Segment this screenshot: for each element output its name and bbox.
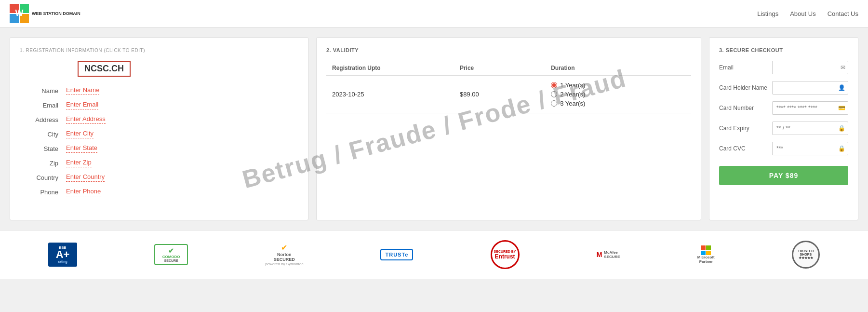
comodo-badge: ✔ COMODO SECURE: [154, 244, 188, 265]
card-icon: 💳: [838, 105, 845, 111]
truste-logo: TRUSTe: [380, 249, 413, 260]
radio-1year[interactable]: [551, 82, 557, 88]
trusted-shops-badge: TRUSTED SHOPS ★★★★★: [792, 241, 820, 269]
checkout-cardnum-row: Card Number 💳: [719, 101, 848, 115]
checkout-expiry-wrap: 🔒: [772, 122, 848, 135]
header: W WEB STATION DOMAIN Listings About Us C…: [0, 0, 868, 27]
bbb-badge: BBB A+ rating: [48, 243, 77, 267]
cell-date: 2023-10-25: [326, 76, 454, 113]
field-address: Address Enter Address: [20, 115, 298, 124]
main-content: Betrug / Fraude / Frode / Fraud 1. REGIS…: [0, 27, 868, 230]
mcafee-logo: M McAfee SECURE: [597, 250, 620, 259]
lock2-icon: 🔒: [838, 145, 845, 152]
nav-listings[interactable]: Listings: [757, 10, 778, 17]
radio-3year[interactable]: [551, 100, 557, 107]
cell-price: $89.00: [454, 76, 545, 113]
logo-text: WEB STATION DOMAIN: [32, 11, 80, 16]
label-name: Name: [20, 87, 58, 95]
logo-area: W WEB STATION DOMAIN: [10, 4, 80, 23]
svg-text:W: W: [15, 8, 24, 18]
value-zip[interactable]: Enter Zip: [66, 159, 92, 167]
nav-about[interactable]: About Us: [790, 10, 815, 17]
col-duration: Duration: [545, 61, 691, 76]
checkout-cardnum-label: Card Number: [719, 105, 772, 111]
value-state[interactable]: Enter State: [66, 144, 97, 153]
nav-contact[interactable]: Contact Us: [828, 10, 858, 17]
checkout-holder-row: Card Holder Name 👤: [719, 81, 848, 95]
duration-1year[interactable]: 1 Year(s): [551, 81, 685, 89]
field-country: Country Enter Country: [20, 173, 298, 182]
checkout-email-wrap: ✉: [772, 61, 848, 74]
validity-title: 2. VALIDITY: [326, 47, 691, 53]
checkout-expiry-row: Card Expiry 🔒: [719, 122, 848, 135]
value-country[interactable]: Enter Country: [66, 173, 105, 182]
label-city: City: [20, 131, 58, 138]
checkout-cvc-label: Card CVC: [719, 145, 772, 152]
checkout-title: 3. SECURE CHECKOUT: [719, 47, 848, 53]
lock-icon: 🔒: [838, 125, 845, 132]
mcafee-badge: M McAfee SECURE: [597, 250, 620, 259]
duration-options: 1 Year(s) 2 Year(s) 3 Year(s): [551, 81, 685, 107]
checkout-panel: 3. SECURE CHECKOUT Email ✉ Card Holder N…: [709, 37, 858, 220]
checkout-holder-input[interactable]: [772, 81, 848, 95]
footer: BBB A+ rating ✔ COMODO SECURE ✔ Norton S…: [0, 230, 868, 279]
label-country: Country: [20, 174, 58, 181]
checkout-cvc-input[interactable]: [772, 142, 848, 155]
logo-icon: W: [10, 4, 29, 23]
registration-title: 1. REGISTRATION INFORMATION (CLICK TO ED…: [20, 47, 298, 53]
field-name: Name Enter Name: [20, 86, 298, 95]
checkout-cvc-row: Card CVC 🔒: [719, 142, 848, 155]
label-address: Address: [20, 116, 58, 123]
microsoft-badge: Microsoft Partner: [697, 245, 715, 264]
validity-panel: 2. VALIDITY Registration Upto Price Dura…: [316, 37, 701, 220]
label-email: Email: [20, 102, 58, 109]
domain-badge: NCSC.CH: [78, 61, 131, 77]
checkout-email-label: Email: [719, 64, 772, 71]
nav: Listings About Us Contact Us: [757, 10, 858, 17]
value-address[interactable]: Enter Address: [66, 115, 106, 124]
user-icon: 👤: [838, 84, 845, 91]
pay-button[interactable]: PAY $89: [719, 166, 848, 185]
norton-badge: ✔ Norton SECURED powered by Symantec: [265, 243, 303, 266]
value-name[interactable]: Enter Name: [66, 86, 99, 95]
field-city: City Enter City: [20, 130, 298, 138]
microsoft-logo: Microsoft Partner: [697, 245, 715, 264]
value-phone[interactable]: Enter Phone: [66, 188, 101, 196]
table-row: 2023-10-25 $89.00 1 Year(s) 2 Year(s) 3: [326, 76, 691, 113]
checkout-expiry-input[interactable]: [772, 122, 848, 135]
col-registration-upto: Registration Upto: [326, 61, 454, 76]
checkout-cardnum-wrap: 💳: [772, 101, 848, 115]
envelope-icon: ✉: [841, 64, 845, 71]
cell-duration: 1 Year(s) 2 Year(s) 3 Year(s): [545, 76, 691, 113]
ms-grid-icon: [701, 245, 711, 255]
bbb-logo: BBB A+ rating: [48, 243, 77, 267]
validity-table: Registration Upto Price Duration 2023-10…: [326, 61, 691, 113]
checkout-email-input[interactable]: [772, 61, 848, 74]
truste-badge: TRUSTe: [380, 249, 413, 260]
comodo-logo: ✔ COMODO SECURE: [154, 244, 188, 265]
label-state: State: [20, 145, 58, 152]
radio-2year[interactable]: [551, 91, 557, 97]
value-city[interactable]: Enter City: [66, 130, 93, 138]
registration-panel: 1. REGISTRATION INFORMATION (CLICK TO ED…: [10, 37, 308, 220]
entrust-logo: SECURED BY Entrust: [491, 240, 520, 269]
value-email[interactable]: Enter Email: [66, 101, 98, 109]
checkout-cvc-wrap: 🔒: [772, 142, 848, 155]
norton-logo: ✔ Norton SECURED powered by Symantec: [265, 243, 303, 266]
checkout-holder-label: Card Holder Name: [719, 84, 772, 91]
checkout-expiry-label: Card Expiry: [719, 125, 772, 132]
field-phone: Phone Enter Phone: [20, 188, 298, 196]
field-email: Email Enter Email: [20, 101, 298, 109]
duration-3year[interactable]: 3 Year(s): [551, 100, 685, 107]
duration-2year[interactable]: 2 Year(s): [551, 91, 685, 98]
checkout-cardnum-input[interactable]: [772, 101, 848, 115]
trusted-shops-logo: TRUSTED SHOPS ★★★★★: [792, 241, 820, 269]
checkout-holder-wrap: 👤: [772, 81, 848, 95]
checkout-email-row: Email ✉: [719, 61, 848, 74]
entrust-badge: SECURED BY Entrust: [491, 240, 520, 269]
label-phone: Phone: [20, 189, 58, 196]
col-price: Price: [454, 61, 545, 76]
field-state: State Enter State: [20, 144, 298, 153]
label-zip: Zip: [20, 160, 58, 167]
field-zip: Zip Enter Zip: [20, 159, 298, 167]
